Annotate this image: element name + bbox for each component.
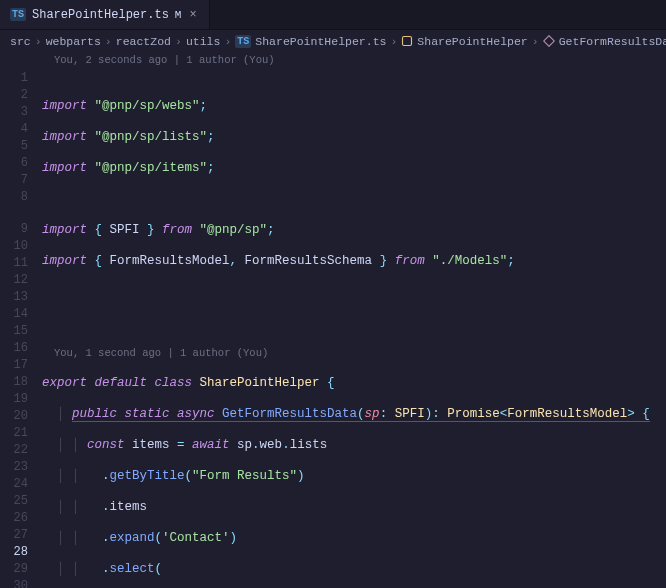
line-number: 4 [0,121,28,138]
code-line: │ │ .select( [42,561,666,578]
line-number: 23 [0,459,28,476]
line-number: 13 [0,289,28,306]
editor[interactable]: 1 2 3 4 5 6 7 8 9 10 11 12 13 14 15 16 1… [0,52,666,588]
breadcrumb-item[interactable]: reactZod [116,35,171,48]
line-number: 17 [0,357,28,374]
line-number: 8 [0,189,28,206]
line-number: 9 [0,221,28,238]
chevron-right-icon: › [532,35,539,48]
modified-indicator: M [175,9,182,21]
code-area[interactable]: You, 2 seconds ago | 1 author (You) impo… [42,52,666,588]
tab-sharepointhelper[interactable]: TS SharePointHelper.ts M × [0,0,210,29]
breadcrumb-file[interactable]: SharePointHelper.ts [255,35,386,48]
code-line: import "@pnp/sp/webs"; [42,98,666,115]
line-number: 1 [0,70,28,87]
breadcrumb-item[interactable]: webparts [46,35,101,48]
breadcrumb-method[interactable]: GetFormResultsData [559,35,666,48]
line-number: 16 [0,340,28,357]
chevron-right-icon: › [35,35,42,48]
line-number: 30 [0,578,28,588]
code-line: │ │ const items = await sp.web.lists [42,437,666,454]
code-line: │ public static async GetFormResultsData… [42,406,666,423]
tab-bar: TS SharePointHelper.ts M × [0,0,666,30]
svg-rect-1 [543,36,554,47]
line-number: 2 [0,87,28,104]
line-number: 22 [0,442,28,459]
line-number: 21 [0,425,28,442]
code-line [42,191,666,208]
line-number: 5 [0,138,28,155]
code-line: │ │ .getByTitle("Form Results") [42,468,666,485]
line-number-active: 28 [0,544,28,561]
typescript-icon: TS [235,35,251,48]
code-line: export default class SharePointHelper { [42,375,666,392]
code-line: import { FormResultsModel, FormResultsSc… [42,253,666,270]
breadcrumb-item[interactable]: utils [186,35,221,48]
line-number: 15 [0,323,28,340]
line-number: 20 [0,408,28,425]
code-line: │ │ .items [42,499,666,516]
line-number: 26 [0,510,28,527]
line-number: 25 [0,493,28,510]
code-line [42,284,666,301]
line-number: 19 [0,391,28,408]
code-line: import "@pnp/sp/items"; [42,160,666,177]
code-line: │ │ .expand('Contact') [42,530,666,547]
line-number: 3 [0,104,28,121]
line-number: 11 [0,255,28,272]
typescript-icon: TS [10,8,26,21]
close-icon[interactable]: × [187,8,198,22]
code-line [42,315,666,332]
line-number: 7 [0,172,28,189]
line-number: 27 [0,527,28,544]
codelens-class[interactable]: You, 1 second ago | 1 author (You) [54,346,666,361]
line-number: 10 [0,238,28,255]
code-line: import { SPFI } from "@pnp/sp"; [42,222,666,239]
line-number: 29 [0,561,28,578]
codelens-top[interactable]: You, 2 seconds ago | 1 author (You) [54,54,275,66]
line-number: 18 [0,374,28,391]
line-number: 24 [0,476,28,493]
line-number: 14 [0,306,28,323]
class-icon [401,35,413,47]
code-line: import "@pnp/sp/lists"; [42,129,666,146]
chevron-right-icon: › [224,35,231,48]
breadcrumb-item[interactable]: src [10,35,31,48]
chevron-right-icon: › [105,35,112,48]
chevron-right-icon: › [390,35,397,48]
method-icon [543,35,555,47]
line-number: 12 [0,272,28,289]
tab-label: SharePointHelper.ts [32,8,169,22]
line-number: 6 [0,155,28,172]
svg-rect-0 [403,37,412,46]
breadcrumb[interactable]: src › webparts › reactZod › utils › TS S… [0,30,666,52]
chevron-right-icon: › [175,35,182,48]
line-gutter: 1 2 3 4 5 6 7 8 9 10 11 12 13 14 15 16 1… [0,52,42,588]
breadcrumb-class[interactable]: SharePointHelper [417,35,527,48]
